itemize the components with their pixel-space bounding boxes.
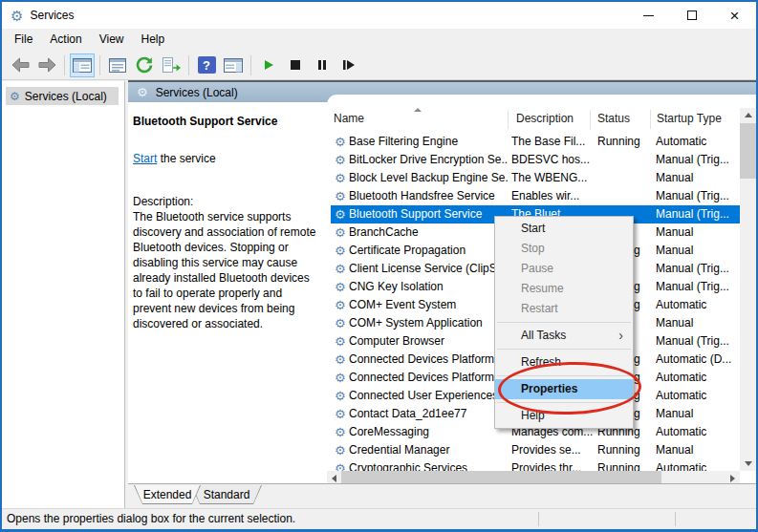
- service-name-cell: Certificate Propagation: [349, 242, 508, 260]
- submenu-arrow-icon: ›: [618, 326, 623, 346]
- service-row[interactable]: ⚙ BitLocker Drive Encryption Se... BDESV…: [327, 151, 740, 169]
- menu-item-all-tasks[interactable]: All Tasks›: [495, 326, 633, 346]
- console-tree-pane: ⚙ Services (Local): [2, 81, 125, 508]
- service-action-line: Start the service: [133, 152, 319, 165]
- service-startup-cell: Manual (Trig...: [656, 187, 738, 205]
- tab-extended-label: Extended: [135, 485, 200, 503]
- toolbar: ?: [2, 51, 756, 80]
- refresh-button[interactable]: [132, 53, 157, 77]
- menu-item-resume: Resume: [495, 279, 633, 299]
- show-console-tree-button[interactable]: [70, 53, 95, 77]
- properties-button[interactable]: [105, 53, 130, 77]
- sort-ascending-icon: [414, 108, 422, 112]
- help-button[interactable]: ?: [194, 53, 219, 77]
- close-button[interactable]: ×: [713, 2, 756, 29]
- service-name-cell: Client License Service (ClipSV...: [349, 260, 508, 278]
- service-row[interactable]: ⚙ Bluetooth Handsfree Service Enables wi…: [327, 187, 740, 205]
- service-status-cell: Running: [597, 441, 654, 459]
- minimize-button[interactable]: [627, 2, 670, 29]
- help-icon: ?: [198, 56, 216, 74]
- service-startup-cell: Manual (Trig...: [656, 332, 738, 351]
- column-divider[interactable]: [590, 110, 591, 129]
- start-service-button[interactable]: [256, 53, 281, 77]
- extended-header-label: Services (Local): [156, 86, 238, 99]
- service-row[interactable]: ⚙ Credential Manager Provides se... Runn…: [327, 441, 740, 459]
- toolbar-separator: [188, 55, 189, 75]
- service-description-cell: The WBENG...: [511, 169, 596, 187]
- service-name-cell: COM+ System Application: [349, 314, 508, 332]
- status-bar-divider: [675, 512, 676, 526]
- service-row[interactable]: ⚙ Block Level Backup Engine Se... The WB…: [327, 169, 740, 187]
- service-startup-cell: Manual (Trig...: [656, 260, 738, 278]
- export-list-icon: [162, 57, 181, 73]
- scroll-up-button[interactable]: [740, 108, 756, 122]
- service-gear-icon: ⚙: [335, 205, 348, 223]
- toolbar-separator: [99, 55, 100, 75]
- maximize-icon: [687, 11, 697, 20]
- service-gear-icon: ⚙: [335, 260, 348, 278]
- tab-standard[interactable]: Standard: [191, 485, 262, 504]
- service-name-cell: Connected User Experiences...: [349, 387, 508, 405]
- menu-file[interactable]: File: [6, 29, 41, 51]
- column-header-status[interactable]: Status: [597, 112, 630, 125]
- window-title: Services: [30, 9, 74, 22]
- column-header-name[interactable]: Name: [334, 112, 364, 125]
- service-name-cell: CNG Key Isolation: [349, 278, 508, 296]
- toolbar-separator: [250, 55, 251, 75]
- service-gear-icon: ⚙: [335, 369, 348, 387]
- list-header: Name Description Status Startup Type: [327, 108, 740, 131]
- tab-extended[interactable]: Extended: [134, 485, 201, 504]
- service-gear-icon: ⚙: [335, 133, 348, 151]
- back-icon: [11, 57, 30, 73]
- service-name-cell: Base Filtering Engine: [349, 133, 508, 151]
- back-button[interactable]: [8, 53, 32, 77]
- stop-service-button[interactable]: [283, 53, 308, 77]
- window-controls: ×: [627, 2, 756, 29]
- menu-action[interactable]: Action: [41, 29, 90, 51]
- vertical-scrollbar[interactable]: [740, 108, 756, 471]
- service-gear-icon: ⚙: [335, 187, 348, 205]
- service-name-cell: BranchCache: [349, 223, 508, 242]
- service-name-cell: Contact Data_2d1ee77: [349, 405, 508, 423]
- show-action-pane-button[interactable]: [221, 53, 246, 77]
- service-gear-icon: ⚙: [335, 441, 348, 459]
- play-icon: [262, 58, 275, 72]
- service-startup-cell: Manual (Trig...: [656, 205, 738, 223]
- service-name-cell: BitLocker Drive Encryption Se...: [349, 151, 508, 169]
- service-startup-cell: Automatic: [656, 133, 738, 151]
- menu-item-start[interactable]: Start: [495, 219, 633, 239]
- service-name-cell: CoreMessaging: [349, 423, 508, 441]
- menu-item-label: Restart: [521, 302, 558, 315]
- restart-service-button[interactable]: [336, 53, 361, 77]
- service-gear-icon: ⚙: [335, 314, 348, 332]
- title-bar: ⚙ Services ×: [2, 2, 756, 29]
- service-name-cell: Connected Devices Platform...: [349, 351, 508, 369]
- column-header-startup-type[interactable]: Startup Type: [657, 112, 722, 125]
- service-gear-icon: ⚙: [335, 405, 348, 423]
- services-gear-icon: ⚙: [137, 86, 148, 98]
- vertical-scroll-thumb[interactable]: [740, 123, 756, 179]
- tree-item-services-local[interactable]: ⚙ Services (Local): [6, 87, 119, 105]
- column-divider[interactable]: [650, 110, 651, 129]
- column-divider[interactable]: [508, 110, 509, 129]
- forward-button[interactable]: [34, 53, 59, 77]
- menu-bar: File Action View Help: [2, 29, 756, 51]
- export-list-button[interactable]: [159, 53, 184, 77]
- service-status-cell: Running: [597, 133, 654, 151]
- arrow-down-icon: [745, 461, 752, 466]
- menu-view[interactable]: View: [91, 29, 133, 51]
- restart-icon: [342, 59, 356, 71]
- service-startup-cell: Manual (Trig...: [656, 278, 738, 296]
- menu-item-stop: Stop: [495, 239, 633, 259]
- service-gear-icon: ⚙: [335, 296, 348, 314]
- description-text: The Bluetooth service supports discovery…: [133, 209, 320, 331]
- maximize-button[interactable]: [670, 2, 713, 29]
- menu-help[interactable]: Help: [133, 29, 174, 51]
- service-status-cell: [597, 187, 654, 205]
- start-service-link[interactable]: Start: [133, 152, 157, 165]
- scroll-down-button[interactable]: [740, 457, 756, 471]
- action-pane-icon: [224, 58, 243, 73]
- column-header-description[interactable]: Description: [516, 112, 574, 125]
- service-row[interactable]: ⚙ Base Filtering Engine The Base Fil... …: [327, 133, 740, 151]
- pause-service-button[interactable]: [310, 53, 335, 77]
